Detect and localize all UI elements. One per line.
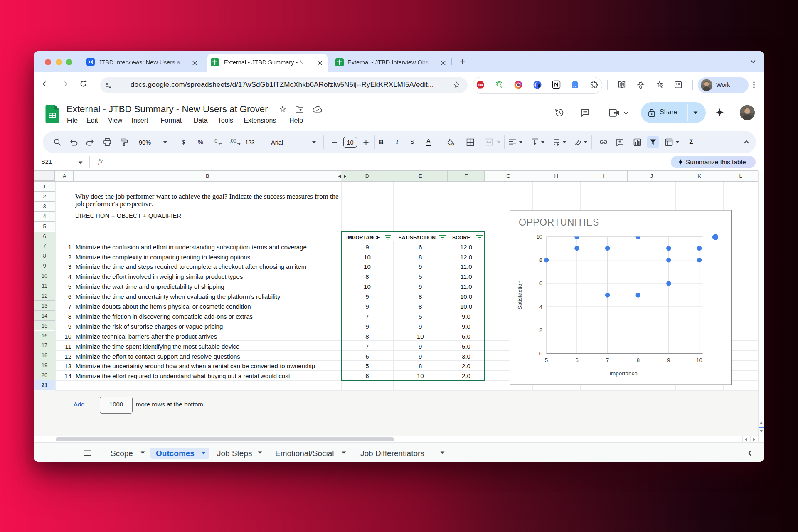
svg-text:9: 9 [667, 357, 670, 363]
svg-text:A: A [575, 143, 577, 146]
svg-text:6: 6 [539, 280, 542, 286]
svg-text:8: 8 [539, 257, 542, 263]
svg-text:6: 6 [575, 357, 578, 363]
svg-text:2: 2 [539, 327, 542, 333]
svg-text:10: 10 [696, 357, 702, 363]
svg-text:.00: .00 [229, 138, 236, 144]
svg-text:Satisfaction: Satisfaction [517, 281, 523, 310]
svg-text:OPPORTUNITIES: OPPORTUNITIES [519, 217, 599, 228]
svg-text:ABP: ABP [478, 84, 483, 87]
svg-text:8: 8 [636, 357, 639, 363]
svg-text:5: 5 [544, 357, 547, 363]
svg-text:10: 10 [536, 233, 542, 239]
svg-text:4: 4 [539, 303, 542, 310]
svg-text:Importance: Importance [609, 370, 638, 377]
svg-text:7: 7 [606, 357, 609, 363]
svg-text:0: 0 [539, 350, 542, 357]
svg-text:.0: .0 [213, 138, 217, 144]
